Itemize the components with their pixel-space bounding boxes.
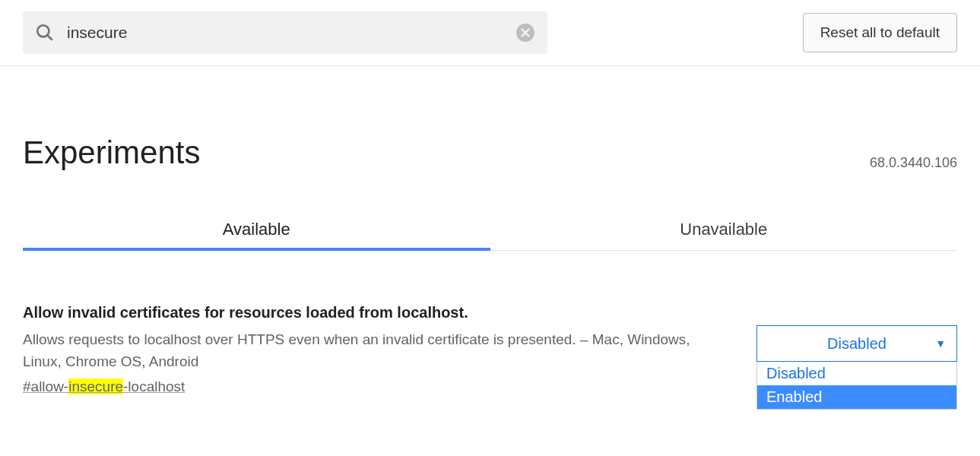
experiment-hash-link[interactable]: #allow-insecure-localhost bbox=[23, 378, 726, 395]
hash-post: -localhost bbox=[123, 378, 185, 394]
experiment-dropdown[interactable]: Disabled ▼ Disabled Enabled bbox=[756, 325, 957, 362]
dropdown-selected[interactable]: Disabled ▼ bbox=[756, 325, 957, 362]
experiment-info: Allow invalid certificates for resources… bbox=[23, 304, 726, 395]
chevron-down-icon: ▼ bbox=[935, 337, 946, 350]
header-row: Experiments 68.0.3440.106 bbox=[23, 135, 957, 171]
version-label: 68.0.3440.106 bbox=[870, 155, 957, 171]
content: Experiments 68.0.3440.106 Available Unav… bbox=[0, 66, 980, 395]
search-input[interactable] bbox=[67, 24, 508, 42]
tabs: Available Unavailable bbox=[23, 209, 957, 251]
experiment-title: Allow invalid certificates for resources… bbox=[23, 304, 726, 321]
svg-line-1 bbox=[47, 35, 52, 40]
dropdown-options-list: Disabled Enabled bbox=[756, 362, 957, 410]
dropdown-selected-label: Disabled bbox=[827, 335, 886, 353]
clear-search-icon[interactable] bbox=[515, 23, 535, 43]
search-box[interactable] bbox=[23, 11, 547, 54]
search-icon bbox=[35, 23, 55, 43]
reset-all-button[interactable]: Reset all to default bbox=[803, 13, 957, 52]
dropdown-option-enabled[interactable]: Enabled bbox=[757, 385, 956, 409]
page-title: Experiments bbox=[23, 135, 200, 171]
experiment-row: Allow invalid certificates for resources… bbox=[23, 304, 957, 395]
tab-unavailable[interactable]: Unavailable bbox=[490, 209, 958, 250]
svg-point-0 bbox=[37, 25, 49, 36]
top-bar: Reset all to default bbox=[0, 0, 980, 66]
tab-available[interactable]: Available bbox=[23, 209, 490, 250]
experiment-description: Allows requests to localhost over HTTPS … bbox=[23, 329, 726, 372]
dropdown-option-disabled[interactable]: Disabled bbox=[757, 362, 956, 385]
hash-highlight: insecure bbox=[68, 378, 123, 394]
hash-pre: #allow- bbox=[23, 378, 68, 394]
